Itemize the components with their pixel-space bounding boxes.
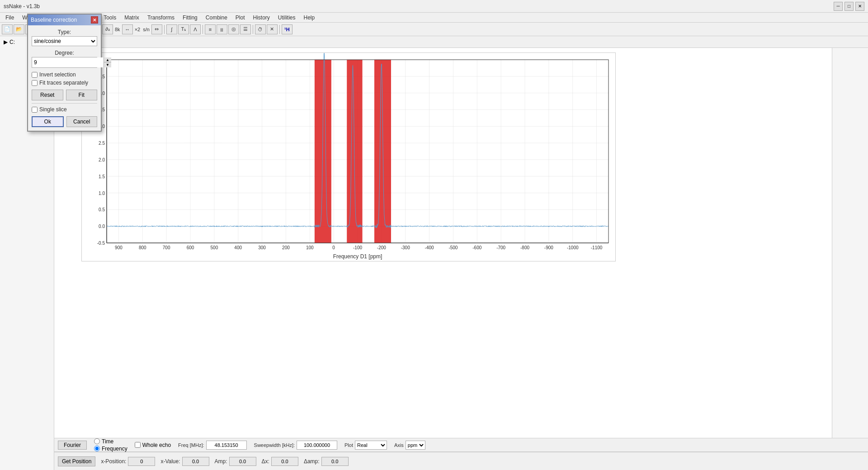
whole-echo-label[interactable]: Whole echo xyxy=(135,442,171,448)
dialog-close-button[interactable]: ✕ xyxy=(91,16,98,24)
degree-input[interactable] xyxy=(32,57,104,67)
tree-arrow: ▶ xyxy=(4,39,8,45)
amp-field: Amp: xyxy=(215,457,256,466)
frequency-label: Frequency xyxy=(102,446,127,452)
toolbar-1h[interactable]: ¹H xyxy=(282,24,292,34)
time-radio[interactable] xyxy=(94,438,100,444)
get-position-button[interactable]: Get Position xyxy=(58,456,95,466)
time-frequency-group: Time Frequency xyxy=(94,438,127,452)
fit-traces-row: Fit traces separately xyxy=(32,80,97,86)
x-value-label: x-Value: xyxy=(160,458,180,465)
fourier-button[interactable]: Fourier xyxy=(58,441,87,450)
toolbar-arrows[interactable]: ↔ xyxy=(122,24,133,34)
delta-x-input[interactable] xyxy=(271,457,298,466)
x-position-field: x-Position: xyxy=(101,457,155,466)
amp-input[interactable] xyxy=(229,457,256,466)
toolbar-circle[interactable]: ◎ xyxy=(228,24,239,34)
freq-group: Freq [MHz]: xyxy=(178,441,246,450)
menu-item-plot[interactable]: Plot xyxy=(232,14,249,22)
fit-button[interactable]: Fit xyxy=(66,90,98,100)
frequency-radio[interactable] xyxy=(94,446,100,451)
toolbar-sep-6 xyxy=(279,25,280,34)
x-value-input[interactable] xyxy=(182,457,209,466)
amp-label: Amp: xyxy=(215,458,227,465)
type-row: Type: sine/cosine polynomial spline xyxy=(32,29,97,46)
menu-item-transforms[interactable]: Transforms xyxy=(144,14,178,22)
delta-x-label: Δx: xyxy=(262,458,269,465)
toolbar-new[interactable]: 📄 xyxy=(2,24,13,34)
single-slice-label: Single slice xyxy=(39,106,67,113)
delta-amp-label: Δamp: xyxy=(304,458,320,465)
reset-button[interactable]: Reset xyxy=(32,90,63,100)
toolbar-phase2[interactable]: ∂₂ xyxy=(102,24,113,34)
dialog-divider xyxy=(32,103,97,104)
menu-item-help[interactable]: Help xyxy=(300,14,319,22)
whole-echo-checkbox[interactable] xyxy=(135,442,141,448)
right-panel xyxy=(832,48,868,438)
toolbar-sep-3 xyxy=(164,25,165,34)
maximize-button[interactable]: □ xyxy=(844,2,854,11)
menu-item-file[interactable]: File xyxy=(2,14,18,22)
delta-x-field: Δx: xyxy=(262,457,298,466)
toolbar-clock[interactable]: ⏱ xyxy=(255,24,266,34)
plot-group: Plot Real Imaginary Absolute xyxy=(344,441,387,450)
toolbar: 📄 📂 💾 ↩ ↪ ↺ ∿ ∂ ∂₂ 8k ↔ ×2 s/n ⇔ ∫ T₁ Λ … xyxy=(0,23,868,36)
toolbar-lambda[interactable]: Λ xyxy=(190,24,201,34)
toolbar-sn-label: s/n xyxy=(142,27,151,32)
main-plot-canvas[interactable] xyxy=(81,52,616,261)
time-radio-label[interactable]: Time xyxy=(94,438,127,445)
menu-item-history[interactable]: History xyxy=(250,14,274,22)
reset-fit-buttons: Reset Fit xyxy=(32,90,97,100)
bottom-controls: Fourier Time Frequency Whole echo xyxy=(54,438,868,470)
menu-item-matrix[interactable]: Matrix xyxy=(121,14,143,22)
toolbar-x[interactable]: ✕ xyxy=(267,24,278,34)
toolbar-integral[interactable]: ∫ xyxy=(166,24,177,34)
title-controls: ─ □ ✕ xyxy=(834,2,864,11)
minimize-button[interactable]: ─ xyxy=(834,2,843,11)
freq-label: Freq [MHz]: xyxy=(178,442,204,448)
invert-selection-checkbox[interactable] xyxy=(32,72,38,78)
plot-container xyxy=(54,48,832,438)
ok-button[interactable]: Ok xyxy=(32,116,64,127)
x-position-input[interactable] xyxy=(128,457,155,466)
toolbar-bars2[interactable]: ⫼ xyxy=(217,24,227,34)
x-position-label: x-Position: xyxy=(101,458,126,465)
content-area: 29Si_LS ✕ Fourier Time xyxy=(54,36,868,470)
plot-select[interactable]: Real Imaginary Absolute xyxy=(355,441,387,450)
spin-up-button[interactable]: ▲ xyxy=(104,57,111,62)
dialog-content: Type: sine/cosine polynomial spline Degr… xyxy=(28,25,101,131)
sweep-group: Sweepwidth [kHz]: xyxy=(254,441,337,450)
single-slice-checkbox[interactable] xyxy=(32,107,38,113)
fit-traces-checkbox[interactable] xyxy=(32,80,38,86)
menu-item-fitting[interactable]: Fitting xyxy=(179,14,201,22)
single-slice-row: Single slice xyxy=(32,106,97,113)
spin-down-button[interactable]: ▼ xyxy=(104,62,111,67)
toolbar-list[interactable]: ☰ xyxy=(240,24,251,34)
toolbar-open[interactable]: 📂 xyxy=(14,24,24,34)
toolbar-t1[interactable]: T₁ xyxy=(178,24,189,34)
menu-item-combine[interactable]: Combine xyxy=(202,14,231,22)
dialog-title-bar: Baseline correction ✕ xyxy=(28,14,101,25)
toolbar-arrows2[interactable]: ⇔ xyxy=(151,24,162,34)
toolbar-bars[interactable]: ≡ xyxy=(205,24,216,34)
axis-label: Axis xyxy=(394,442,404,448)
menu-item-tools[interactable]: Tools xyxy=(100,14,120,22)
delta-amp-input[interactable] xyxy=(321,457,349,466)
freq-input[interactable] xyxy=(206,441,247,450)
plot-area xyxy=(54,48,868,438)
close-button[interactable]: ✕ xyxy=(855,2,864,11)
degree-row: Degree: ▲ ▼ xyxy=(32,50,97,68)
baseline-dialog: Baseline correction ✕ Type: sine/cosine … xyxy=(27,14,102,132)
type-select[interactable]: sine/cosine polynomial spline xyxy=(32,36,97,46)
tab-bar: 29Si_LS ✕ xyxy=(54,36,868,48)
degree-label: Degree: xyxy=(32,50,97,56)
axis-select[interactable]: ppm Hz kHz xyxy=(406,441,425,450)
frequency-radio-label[interactable]: Frequency xyxy=(94,446,127,452)
menu-item-utilities[interactable]: Utilities xyxy=(274,14,299,22)
fit-traces-label: Fit traces separately xyxy=(39,80,88,86)
title-bar: ssNake - v1.3b ─ □ ✕ xyxy=(0,0,868,13)
cancel-button[interactable]: Cancel xyxy=(66,116,98,127)
invert-selection-label: Invert selection xyxy=(39,71,76,78)
toolbar-sep-5 xyxy=(253,25,253,34)
sweep-input[interactable] xyxy=(297,441,337,450)
